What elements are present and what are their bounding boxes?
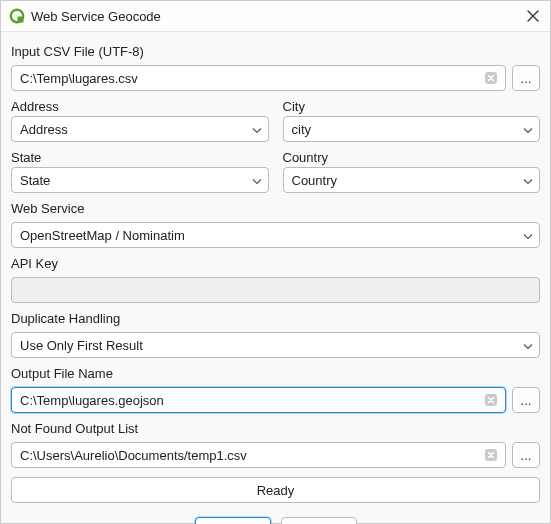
state-label: State (11, 150, 269, 165)
address-select[interactable]: Address (11, 116, 269, 142)
duplicate-select[interactable]: Use Only First Result (11, 332, 540, 358)
browse-notfound-button[interactable]: ... (512, 442, 540, 468)
webservice-value: OpenStreetMap / Nominatim (20, 228, 185, 243)
close-icon[interactable] (524, 7, 542, 25)
qgis-icon (9, 8, 25, 24)
state-value: State (20, 173, 50, 188)
chevron-down-icon (523, 338, 533, 353)
notfound-field[interactable]: C:\Users\Aurelio\Documents/temp1.csv (11, 442, 506, 468)
status-bar: Ready (11, 477, 540, 503)
apply-button[interactable]: Aplicar (281, 517, 357, 524)
dialog-footer: Cerrar Aplicar (1, 509, 550, 524)
duplicate-label: Duplicate Handling (11, 311, 540, 326)
city-select[interactable]: city (283, 116, 541, 142)
dialog-body: Input CSV File (UTF-8) C:\Temp\lugares.c… (1, 32, 550, 509)
dialog: Web Service Geocode Input CSV File (UTF-… (0, 0, 551, 524)
input-csv-value: C:\Temp\lugares.csv (20, 71, 138, 86)
window-title: Web Service Geocode (31, 9, 524, 24)
apikey-field[interactable] (11, 277, 540, 303)
browse-input-csv-button[interactable]: ... (512, 65, 540, 91)
status-text: Ready (257, 483, 295, 498)
webservice-select[interactable]: OpenStreetMap / Nominatim (11, 222, 540, 248)
titlebar: Web Service Geocode (1, 1, 550, 32)
webservice-label: Web Service (11, 201, 540, 216)
chevron-down-icon (523, 122, 533, 137)
output-field[interactable]: C:\Temp\lugares.geojson (11, 387, 506, 413)
chevron-down-icon (523, 228, 533, 243)
notfound-value: C:\Users\Aurelio\Documents/temp1.csv (20, 448, 247, 463)
country-select[interactable]: Country (283, 167, 541, 193)
input-csv-field[interactable]: C:\Temp\lugares.csv (11, 65, 506, 91)
notfound-label: Not Found Output List (11, 421, 540, 436)
country-label: Country (283, 150, 541, 165)
clear-icon[interactable] (483, 70, 499, 86)
chevron-down-icon (252, 122, 262, 137)
chevron-down-icon (523, 173, 533, 188)
country-value: Country (292, 173, 338, 188)
clear-icon[interactable] (483, 447, 499, 463)
output-label: Output File Name (11, 366, 540, 381)
address-label: Address (11, 99, 269, 114)
ellipsis-label: ... (521, 448, 532, 463)
ellipsis-label: ... (521, 71, 532, 86)
input-csv-label: Input CSV File (UTF-8) (11, 44, 540, 59)
duplicate-value: Use Only First Result (20, 338, 143, 353)
ellipsis-label: ... (521, 393, 532, 408)
clear-icon[interactable] (483, 392, 499, 408)
state-select[interactable]: State (11, 167, 269, 193)
close-button[interactable]: Cerrar (195, 517, 271, 524)
browse-output-button[interactable]: ... (512, 387, 540, 413)
svg-rect-1 (18, 17, 24, 23)
output-value: C:\Temp\lugares.geojson (20, 393, 164, 408)
apikey-label: API Key (11, 256, 540, 271)
chevron-down-icon (252, 173, 262, 188)
city-value: city (292, 122, 312, 137)
address-value: Address (20, 122, 68, 137)
city-label: City (283, 99, 541, 114)
